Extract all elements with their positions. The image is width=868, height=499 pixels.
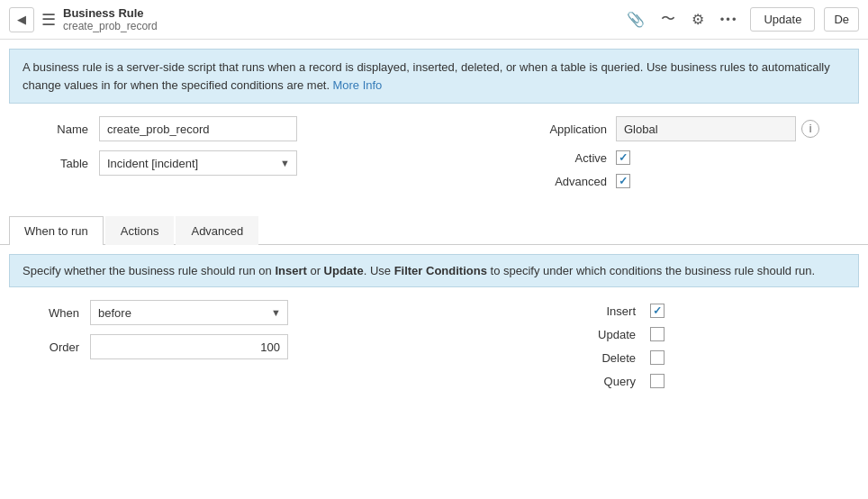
insert-row: Insert [589, 304, 859, 318]
update-checkbox[interactable] [650, 327, 665, 341]
info-banner: A business rule is a server-side script … [9, 49, 859, 104]
main-form-right: Application i Active Advanced [526, 116, 850, 197]
update-row: Update [589, 327, 859, 341]
active-label: Active [544, 151, 616, 165]
tab-info-update: Update [324, 264, 364, 277]
insert-label: Insert [589, 304, 643, 318]
hamburger-icon[interactable]: ☰ [41, 10, 56, 30]
header: ◀ ☰ Business Rule create_prob_record 📎 〜… [0, 0, 868, 40]
tab-info-text-4: to specify under which conditions the bu… [487, 264, 815, 277]
name-row: Name [18, 116, 526, 141]
header-icons: 📎 〜 ⚙ ••• Update De [623, 7, 859, 32]
query-row: Query [589, 374, 859, 388]
delete-row: Delete [589, 350, 859, 365]
order-row: Order [9, 334, 589, 359]
tab-form-right: Insert Update Delete Query [589, 300, 859, 388]
tab-advanced[interactable]: Advanced [176, 216, 258, 245]
delete-label: Delete [589, 351, 643, 365]
table-label: Table [18, 157, 99, 170]
tab-info-text-1: Specify whether the business rule should… [23, 264, 275, 277]
paperclip-button[interactable]: 📎 [623, 9, 648, 30]
more-button[interactable]: ••• [717, 11, 742, 28]
form-area: Name Table Incident [incident] ▼ Applica… [0, 104, 868, 206]
table-select[interactable]: Incident [incident] [99, 150, 297, 176]
tab-form-layout: When before after async display ▼ Order [9, 300, 859, 388]
update-label: Update [589, 328, 643, 341]
when-label: When [9, 306, 90, 320]
application-input [616, 116, 796, 141]
advanced-row: Advanced [544, 174, 850, 188]
tab-content-when-to-run: Specify whether the business rule should… [0, 245, 868, 388]
order-label: Order [9, 340, 90, 354]
tab-actions[interactable]: Actions [105, 216, 175, 245]
tab-info-insert: Insert [275, 264, 306, 277]
more-info-link[interactable]: More Info [332, 78, 382, 92]
name-label: Name [18, 122, 99, 136]
update-button[interactable]: Update [750, 7, 815, 32]
query-label: Query [589, 375, 643, 388]
info-banner-text: A business rule is a server-side script … [23, 60, 830, 92]
active-checkbox[interactable] [616, 150, 630, 165]
tab-when-to-run[interactable]: When to run [9, 216, 104, 245]
tab-form-left: When before after async display ▼ Order [9, 300, 589, 388]
header-title-block: Business Rule create_prob_record [63, 6, 158, 32]
tab-info-text-2: or [307, 264, 324, 277]
tabs-list: When to run Actions Advanced [9, 215, 859, 244]
main-form-left: Name Table Incident [incident] ▼ [18, 116, 526, 185]
back-icon: ◀ [17, 13, 26, 26]
breadcrumb-top: Business Rule [63, 6, 158, 20]
order-input[interactable] [90, 334, 288, 359]
application-label: Application [544, 122, 616, 136]
back-button[interactable]: ◀ [9, 7, 34, 32]
insert-checkbox[interactable] [650, 304, 665, 318]
when-select-wrap: before after async display ▼ [90, 300, 288, 325]
when-row: When before after async display ▼ [9, 300, 589, 325]
when-select[interactable]: before after async display [90, 300, 288, 325]
sliders-button[interactable]: ⚙ [688, 9, 708, 30]
advanced-label: Advanced [544, 175, 616, 188]
main-form-cols: Name Table Incident [incident] ▼ Applica… [18, 116, 850, 197]
tab-info-filter: Filter Conditions [394, 264, 487, 277]
advanced-checkbox[interactable] [616, 174, 630, 188]
tab-info-text-3: . Use [364, 264, 394, 277]
de-button[interactable]: De [824, 7, 859, 32]
breadcrumb-sub: create_prob_record [63, 20, 158, 32]
tab-info-banner: Specify whether the business rule should… [9, 254, 859, 287]
table-row: Table Incident [incident] ▼ [18, 150, 526, 176]
info-icon[interactable]: i [801, 120, 819, 138]
active-row: Active [544, 150, 850, 165]
delete-checkbox[interactable] [650, 350, 665, 365]
application-row: Application i [544, 116, 850, 141]
pulse-button[interactable]: 〜 [657, 8, 679, 31]
query-checkbox[interactable] [650, 374, 665, 388]
name-input[interactable] [99, 116, 297, 141]
header-left: ◀ ☰ Business Rule create_prob_record [9, 6, 623, 32]
table-select-wrap: Incident [incident] ▼ [99, 150, 297, 176]
tabs-container: When to run Actions Advanced [0, 215, 868, 245]
